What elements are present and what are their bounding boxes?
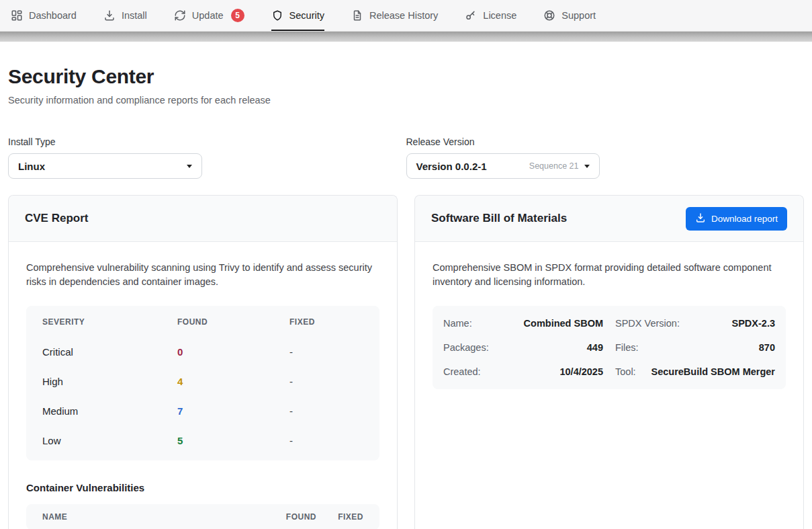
release-version-label: Release Version	[406, 136, 788, 147]
severity-name: High	[42, 376, 177, 387]
column-header: FIXED	[289, 317, 363, 327]
column-header: FIXED	[316, 512, 363, 522]
nav-label: Support	[561, 10, 596, 21]
column-header: NAME	[42, 512, 263, 522]
sbom-body: Comprehensive SBOM in SPDX format provid…	[415, 242, 803, 408]
found-count: 7	[177, 405, 289, 417]
nav-label: Install	[122, 10, 147, 21]
nav-label: License	[483, 10, 516, 21]
container-vulnerabilities-title: Container Vulnerabilities	[26, 482, 379, 493]
download-icon	[695, 212, 706, 225]
scroll-shadow-bar	[0, 32, 812, 42]
download-report-button[interactable]: Download report	[686, 207, 787, 231]
table-row: Name: Combined SBOM SPDX Version: SPDX-2…	[443, 311, 775, 335]
nav-tab-install[interactable]: Install	[103, 0, 147, 31]
download-icon	[103, 9, 116, 22]
page-title: Security Center	[8, 65, 804, 88]
download-report-label: Download report	[711, 214, 778, 224]
nav-tab-release-history[interactable]: Release History	[351, 0, 438, 31]
key-icon	[465, 9, 477, 22]
page-subtitle: Security information and compliance repo…	[8, 95, 804, 106]
dashboard-grid-icon	[11, 9, 23, 22]
found-count: 0	[177, 346, 289, 358]
column-header: FOUND	[177, 317, 289, 327]
fixed-count: -	[289, 376, 363, 387]
fixed-count: -	[289, 435, 363, 446]
install-type-select[interactable]: Linux	[8, 153, 202, 179]
info-label: Packages:	[443, 342, 489, 353]
info-label: Tool:	[615, 366, 636, 377]
table-row: High 4 -	[26, 366, 379, 396]
info-value: 10/4/2025	[559, 366, 603, 377]
found-count: 5	[177, 435, 289, 446]
sbom-info-grid: Name: Combined SBOM SPDX Version: SPDX-2…	[433, 306, 786, 389]
cve-report-description: Comprehensive vulnerability scanning usi…	[26, 261, 379, 289]
nav-tab-security[interactable]: Security	[271, 0, 324, 31]
cards-row: CVE Report Comprehensive vulnerability s…	[8, 195, 804, 529]
nav-label: Security	[289, 10, 324, 21]
cve-report-title: CVE Report	[25, 212, 88, 225]
table-row: Created: 10/4/2025 Tool: SecureBuild SBO…	[443, 360, 775, 384]
info-value: SPDX-2.3	[732, 318, 775, 329]
chevron-down-icon	[187, 165, 192, 168]
info-value: SecureBuild SBOM Merger	[651, 366, 775, 377]
chevron-down-icon	[584, 165, 590, 168]
info-value: 449	[587, 342, 603, 353]
filters-row: Install Type Linux Release Version Versi…	[8, 136, 804, 179]
info-cell: Tool: SecureBuild SBOM Merger	[609, 366, 775, 377]
shield-icon	[271, 9, 283, 22]
severity-name: Critical	[42, 346, 177, 358]
info-label: Files:	[615, 342, 639, 353]
update-count-badge: 5	[231, 9, 244, 22]
info-cell: SPDX Version: SPDX-2.3	[609, 318, 775, 329]
severity-table: SEVERITY FOUND FIXED Critical 0 - High 4…	[26, 306, 379, 460]
release-version-group: Release Version Version 0.0.2-1 Sequence…	[406, 136, 788, 179]
nav-label: Update	[192, 10, 224, 21]
nav-label: Dashboard	[29, 10, 77, 21]
refresh-icon	[174, 9, 186, 22]
lifebuoy-icon	[543, 9, 555, 22]
column-header: SEVERITY	[42, 317, 177, 327]
info-cell: Files: 870	[609, 342, 775, 353]
table-row: Packages: 449 Files: 870	[443, 335, 775, 360]
table-row: Critical 0 -	[26, 337, 379, 366]
sbom-card: Software Bill of Materials Download repo…	[414, 195, 804, 529]
info-cell: Packages: 449	[443, 342, 609, 353]
nav-tab-support[interactable]: Support	[543, 0, 596, 31]
main-content: Security Center Security information and…	[0, 65, 812, 529]
top-navigation: Dashboard Install Update 5 Security Rele…	[0, 0, 812, 32]
severity-name: Low	[42, 435, 177, 446]
sbom-header: Software Bill of Materials Download repo…	[415, 196, 803, 242]
fixed-count: -	[289, 405, 363, 417]
nav-tab-update[interactable]: Update 5	[174, 0, 244, 31]
column-header: FOUND	[263, 512, 316, 522]
info-label: SPDX Version:	[615, 318, 680, 329]
sequence-label: Sequence 21	[529, 161, 579, 171]
severity-table-header: SEVERITY FOUND FIXED	[26, 307, 379, 337]
cve-report-header: CVE Report	[9, 196, 397, 242]
nav-label: Release History	[369, 10, 438, 21]
container-table-header: NAME FOUND FIXED	[26, 504, 379, 529]
cve-report-card: CVE Report Comprehensive vulnerability s…	[8, 195, 398, 529]
install-type-value: Linux	[18, 161, 45, 172]
sbom-description: Comprehensive SBOM in SPDX format provid…	[433, 261, 786, 289]
info-value: 870	[759, 342, 775, 353]
document-icon	[351, 9, 363, 22]
info-label: Created:	[443, 366, 481, 377]
nav-tab-dashboard[interactable]: Dashboard	[11, 0, 77, 31]
container-vulnerabilities-section: Container Vulnerabilities NAME FOUND FIX…	[26, 482, 379, 529]
info-value: Combined SBOM	[524, 318, 603, 329]
found-count: 4	[177, 376, 289, 387]
cve-report-body: Comprehensive vulnerability scanning usi…	[9, 242, 397, 529]
table-row: Low 5 -	[26, 425, 379, 455]
install-type-group: Install Type Linux	[8, 136, 390, 179]
info-cell: Name: Combined SBOM	[443, 318, 609, 329]
info-cell: Created: 10/4/2025	[443, 366, 609, 377]
nav-tab-license[interactable]: License	[465, 0, 516, 31]
release-version-select[interactable]: Version 0.0.2-1 Sequence 21	[406, 153, 600, 179]
table-row: Medium 7 -	[26, 396, 379, 425]
severity-name: Medium	[42, 405, 177, 417]
info-label: Name:	[443, 318, 472, 329]
fixed-count: -	[289, 346, 363, 358]
sbom-title: Software Bill of Materials	[431, 212, 567, 225]
